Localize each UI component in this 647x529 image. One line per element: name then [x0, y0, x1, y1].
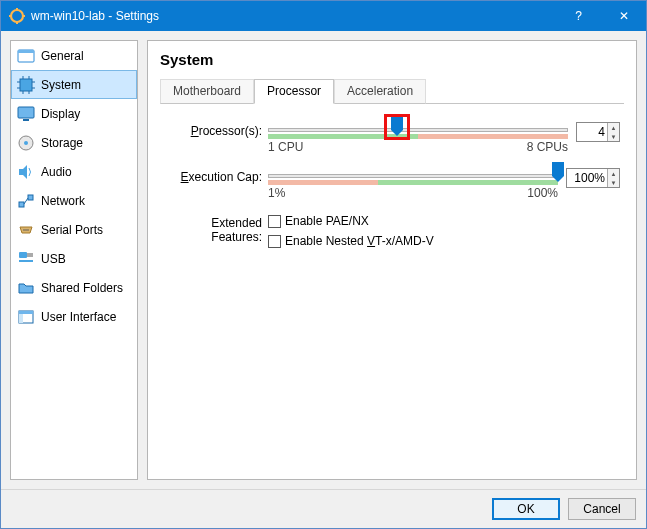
- app-gear-icon: [9, 8, 25, 24]
- help-button[interactable]: ?: [556, 1, 601, 31]
- ok-button[interactable]: OK: [492, 498, 560, 520]
- svg-rect-32: [19, 314, 23, 323]
- execcap-slider[interactable]: 1% 100%: [268, 168, 558, 200]
- sidebar-item-network[interactable]: Network: [11, 186, 137, 215]
- svg-rect-16: [18, 107, 34, 118]
- execcap-spinbox[interactable]: ▲▼: [566, 168, 620, 188]
- execcap-slider-thumb[interactable]: [552, 162, 564, 182]
- svg-rect-6: [18, 50, 34, 53]
- tab-processor[interactable]: Processor: [254, 79, 334, 104]
- processor-count-input[interactable]: [577, 125, 607, 139]
- svg-point-26: [27, 229, 29, 231]
- sidebar-label: Shared Folders: [41, 281, 123, 295]
- storage-disk-icon: [17, 134, 35, 152]
- tab-content-processor: Processor(s): 1 CPU 8 CPUs: [160, 104, 624, 272]
- ui-layout-icon: [17, 308, 35, 326]
- processor-label: Processor(s):: [164, 122, 268, 138]
- spin-down-icon[interactable]: ▼: [607, 132, 619, 141]
- svg-rect-22: [28, 195, 33, 200]
- sidebar-item-storage[interactable]: Storage: [11, 128, 137, 157]
- sidebar-item-general[interactable]: General: [11, 41, 137, 70]
- highlight-marker: [384, 114, 410, 140]
- network-icon: [17, 192, 35, 210]
- tab-acceleration[interactable]: Acceleration: [334, 79, 426, 104]
- execcap-max-label: 100%: [527, 186, 558, 200]
- usb-icon: [17, 250, 35, 268]
- spin-up-icon[interactable]: ▲: [607, 123, 619, 132]
- processor-max-label: 8 CPUs: [527, 140, 568, 154]
- execcap-input[interactable]: [567, 171, 607, 185]
- folder-icon: [17, 279, 35, 297]
- settings-window: wm-win10-lab - Settings ? ✕ General Syst…: [0, 0, 647, 529]
- tab-strip: Motherboard Processor Acceleration: [160, 78, 624, 104]
- svg-rect-21: [19, 202, 24, 207]
- svg-line-23: [24, 198, 28, 204]
- sidebar-label: General: [41, 49, 84, 63]
- sidebar-label: Storage: [41, 136, 83, 150]
- cancel-button[interactable]: Cancel: [568, 498, 636, 520]
- processor-slider[interactable]: 1 CPU 8 CPUs: [268, 122, 568, 154]
- svg-point-24: [23, 229, 25, 231]
- svg-marker-20: [19, 165, 27, 179]
- sidebar-item-user-interface[interactable]: User Interface: [11, 302, 137, 331]
- display-icon: [17, 105, 35, 123]
- page-title: System: [160, 51, 624, 68]
- features-label: Extended Features:: [164, 214, 268, 244]
- sidebar-label: Display: [41, 107, 80, 121]
- processor-count-spinbox[interactable]: ▲▼: [576, 122, 620, 142]
- nested-vt-checkbox[interactable]: [268, 235, 281, 248]
- svg-rect-27: [27, 253, 33, 257]
- svg-rect-28: [19, 252, 27, 258]
- svg-point-0: [11, 10, 23, 22]
- window-title: wm-win10-lab - Settings: [31, 9, 556, 23]
- tab-motherboard[interactable]: Motherboard: [160, 79, 254, 104]
- svg-rect-31: [19, 311, 33, 314]
- svg-point-25: [25, 229, 27, 231]
- titlebar: wm-win10-lab - Settings ? ✕: [1, 1, 646, 31]
- svg-rect-17: [23, 119, 29, 121]
- audio-speaker-icon: [17, 163, 35, 181]
- pae-nx-checkbox[interactable]: [268, 215, 281, 228]
- sidebar-item-audio[interactable]: Audio: [11, 157, 137, 186]
- pae-nx-label: Enable PAE/NX: [285, 214, 369, 228]
- close-button[interactable]: ✕: [601, 1, 646, 31]
- system-chip-icon: [17, 76, 35, 94]
- sidebar-item-usb[interactable]: USB: [11, 244, 137, 273]
- processor-min-label: 1 CPU: [268, 140, 303, 154]
- category-sidebar: General System Display Storage Audio Net…: [10, 40, 138, 480]
- svg-point-19: [24, 141, 28, 145]
- spin-up-icon[interactable]: ▲: [607, 169, 619, 178]
- sidebar-item-shared-folders[interactable]: Shared Folders: [11, 273, 137, 302]
- sidebar-label: Audio: [41, 165, 72, 179]
- general-icon: [17, 47, 35, 65]
- execcap-min-label: 1%: [268, 186, 285, 200]
- sidebar-item-system[interactable]: System: [11, 70, 137, 99]
- execcap-label: Execution Cap:: [164, 168, 268, 184]
- svg-rect-7: [20, 79, 32, 91]
- help-icon: ?: [575, 9, 582, 23]
- close-icon: ✕: [619, 9, 629, 23]
- sidebar-label: USB: [41, 252, 66, 266]
- dialog-buttons: OK Cancel: [1, 489, 646, 528]
- sidebar-label: Network: [41, 194, 85, 208]
- sidebar-item-serial-ports[interactable]: Serial Ports: [11, 215, 137, 244]
- spin-down-icon[interactable]: ▼: [607, 178, 619, 187]
- nested-vt-label: Enable Nested VT-x/AMD-V: [285, 234, 434, 248]
- main-panel: System Motherboard Processor Acceleratio…: [147, 40, 637, 480]
- sidebar-label: System: [41, 78, 81, 92]
- sidebar-label: Serial Ports: [41, 223, 103, 237]
- serial-port-icon: [17, 221, 35, 239]
- sidebar-label: User Interface: [41, 310, 116, 324]
- sidebar-item-display[interactable]: Display: [11, 99, 137, 128]
